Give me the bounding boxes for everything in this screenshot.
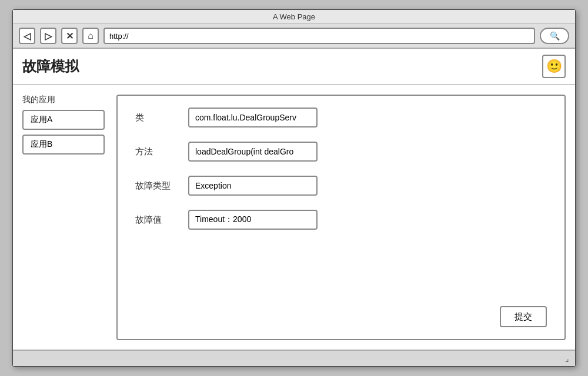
fault-value-label: 故障值 xyxy=(135,214,176,226)
page-header: 故障模拟 🙂 xyxy=(13,49,575,85)
resize-handle-icon: ⌟ xyxy=(565,354,569,363)
close-button[interactable]: ✕ xyxy=(61,28,78,44)
page-body: 我的应用 应用A 应用B 类 方法 故障类型 xyxy=(13,85,575,350)
fault-type-input[interactable] xyxy=(188,176,318,196)
back-button[interactable]: ◁ xyxy=(19,28,35,44)
search-icon: 🔍 xyxy=(550,31,560,41)
sidebar: 我的应用 应用A 应用B xyxy=(22,95,105,340)
main-form-area: 类 方法 故障类型 故障值 提交 xyxy=(116,95,566,340)
title-bar: A Web Page xyxy=(13,10,575,24)
method-row: 方法 xyxy=(135,142,547,162)
method-input[interactable] xyxy=(188,142,318,162)
back-icon: ◁ xyxy=(24,31,31,42)
fault-type-row: 故障类型 xyxy=(135,176,547,196)
search-button[interactable]: 🔍 xyxy=(540,28,569,44)
address-bar[interactable] xyxy=(103,28,535,44)
sidebar-label: 我的应用 xyxy=(22,95,105,105)
avatar-icon: 🙂 xyxy=(546,59,562,74)
page-content: 故障模拟 🙂 我的应用 应用A 应用B 类 xyxy=(13,49,575,350)
home-button[interactable]: ⌂ xyxy=(82,28,99,44)
form-footer: 提交 xyxy=(135,306,547,327)
bottom-bar: ⌟ xyxy=(13,350,575,366)
fault-value-input[interactable] xyxy=(188,210,318,230)
class-row: 类 xyxy=(135,108,547,127)
method-label: 方法 xyxy=(135,146,176,157)
fault-value-row: 故障值 xyxy=(135,210,547,230)
browser-window: A Web Page ◁ ▷ ✕ ⌂ 🔍 故障模拟 🙂 xyxy=(12,9,576,367)
forward-button[interactable]: ▷ xyxy=(40,28,56,44)
browser-title: A Web Page xyxy=(273,12,315,21)
forward-icon: ▷ xyxy=(45,31,52,42)
class-input[interactable] xyxy=(188,108,318,127)
submit-button[interactable]: 提交 xyxy=(500,306,547,327)
home-icon: ⌂ xyxy=(88,31,93,41)
class-label: 类 xyxy=(135,112,176,123)
page-title: 故障模拟 xyxy=(22,57,79,76)
avatar: 🙂 xyxy=(542,55,566,78)
sidebar-item-app-a[interactable]: 应用A xyxy=(22,110,105,130)
sidebar-item-app-b[interactable]: 应用B xyxy=(22,135,105,155)
close-icon: ✕ xyxy=(66,31,74,42)
fault-type-label: 故障类型 xyxy=(135,180,176,192)
nav-bar: ◁ ▷ ✕ ⌂ 🔍 xyxy=(13,24,575,49)
